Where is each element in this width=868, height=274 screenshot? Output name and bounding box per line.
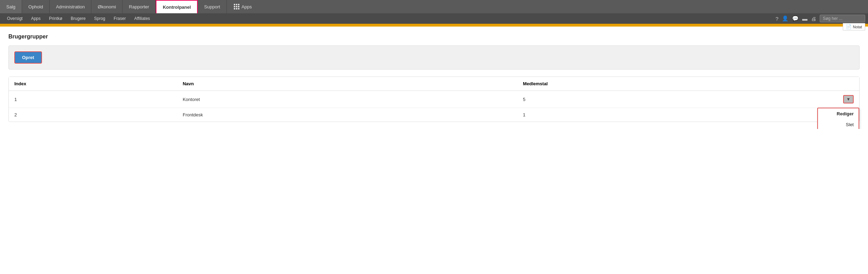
tab-salg[interactable]: Salg — [0, 0, 22, 13]
subnav-brugere[interactable]: Brugere — [66, 13, 90, 24]
create-section: Opret — [8, 45, 860, 70]
dropdown-button-1[interactable]: ▼ — [843, 95, 854, 103]
tab-administration[interactable]: Administration — [50, 0, 91, 13]
opret-button[interactable]: Opret — [14, 51, 42, 64]
dropdown-item-rediger[interactable]: Rediger — [818, 108, 859, 119]
chat-icon[interactable]: 💬 — [792, 15, 799, 22]
apps-button[interactable]: Apps — [228, 0, 258, 13]
subnav-affiliates[interactable]: Affiliates — [130, 13, 154, 24]
table-header-row: Index Navn Medlemstal — [9, 77, 859, 91]
col-header-action — [772, 77, 859, 91]
subnav-oversigt[interactable]: Oversigt — [3, 13, 27, 24]
subnav-sprog[interactable]: Sprog — [90, 13, 110, 24]
cell-medlemstal-1: 5 — [517, 91, 772, 108]
page-title: Brugergrupper — [8, 34, 860, 40]
col-header-medlemstal: Medlemstal — [517, 77, 772, 91]
video-icon[interactable]: ▬ — [802, 16, 807, 22]
print-icon[interactable]: 🖨 — [811, 16, 816, 22]
subnav-printkoe[interactable]: Printkø — [45, 13, 66, 24]
search-input[interactable] — [820, 15, 865, 22]
dropdown-item-slet[interactable]: Slet — [818, 119, 859, 129]
gold-bar: 📄 Notat — [0, 24, 868, 27]
table-row: 1 Kontoret 5 ▼ Rediger Slet — [9, 91, 859, 108]
col-header-index: Index — [9, 77, 177, 91]
col-header-navn: Navn — [177, 77, 517, 91]
cell-navn-1: Kontoret — [177, 91, 517, 108]
sub-nav-icons: ? 👤 💬 ▬ 🖨 — [776, 15, 816, 22]
notat-button[interactable]: 📄 Notat — [843, 23, 865, 30]
table-row: 2 Frontdesk 1 — [9, 108, 859, 122]
table-section: Index Navn Medlemstal 1 Kontoret 5 ▼ Red… — [8, 77, 860, 122]
user-icon[interactable]: 👤 — [782, 15, 789, 22]
cell-index-2: 2 — [9, 108, 177, 122]
subnav-fraser[interactable]: Fraser — [110, 13, 130, 24]
sub-nav: Oversigt Apps Printkø Brugere Sprog Fras… — [0, 13, 868, 24]
note-icon: 📄 — [846, 24, 852, 29]
cell-navn-2: Frontdesk — [177, 108, 517, 122]
notat-label: Notat — [853, 25, 862, 29]
page-content: Brugergrupper Opret Index Navn Medlemsta… — [0, 27, 868, 129]
grid-icon — [234, 4, 239, 9]
cell-action-1: ▼ Rediger Slet — [772, 91, 859, 108]
cell-medlemstal-2: 1 — [517, 108, 772, 122]
apps-label: Apps — [241, 4, 252, 9]
cell-index-1: 1 — [9, 91, 177, 108]
tab-rapporter[interactable]: Rapporter — [122, 0, 156, 13]
top-nav: Salg Ophold Administration Økonomi Rappo… — [0, 0, 868, 13]
tab-ophold[interactable]: Ophold — [22, 0, 50, 13]
subnav-apps[interactable]: Apps — [27, 13, 45, 24]
help-icon[interactable]: ? — [776, 16, 778, 22]
dropdown-menu: Rediger Slet — [817, 108, 859, 129]
tab-kontrolpanel[interactable]: Kontrolpanel — [156, 0, 198, 13]
tab-support[interactable]: Support — [198, 0, 227, 13]
tab-oekonomi[interactable]: Økonomi — [91, 0, 122, 13]
brugergrupper-table: Index Navn Medlemstal 1 Kontoret 5 ▼ Red… — [9, 77, 859, 122]
